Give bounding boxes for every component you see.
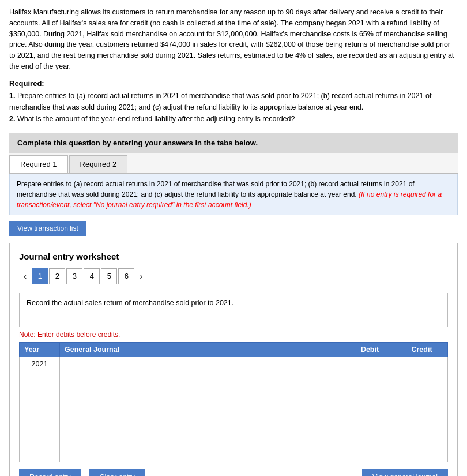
- tab-required2[interactable]: Required 2: [69, 155, 128, 173]
- page-btn-5[interactable]: 5: [101, 268, 117, 284]
- table-row: [20, 417, 448, 432]
- credit-input[interactable]: [400, 450, 444, 458]
- debit-input[interactable]: [348, 375, 392, 383]
- worksheet-container: Journal entry worksheet ‹ 1 2 3 4 5 6 › …: [9, 243, 458, 477]
- info-box: Prepare entries to (a) record actual ret…: [9, 174, 458, 215]
- table-row: [20, 402, 448, 417]
- tab-required1[interactable]: Required 1: [9, 155, 68, 173]
- item1-label: 1.: [9, 92, 15, 100]
- credit-input[interactable]: [400, 375, 444, 383]
- info-text1: Prepare entries to (a) record actual ret…: [17, 180, 415, 198]
- worksheet-title: Journal entry worksheet: [19, 252, 448, 261]
- general-journal-cell[interactable]: [60, 447, 344, 462]
- debit-cell[interactable]: [344, 447, 396, 462]
- debit-input[interactable]: [348, 390, 392, 398]
- item2-text: What is the amount of the year-end refun…: [17, 115, 295, 123]
- page-btn-6[interactable]: 6: [118, 268, 134, 284]
- general-journal-input[interactable]: [63, 420, 340, 428]
- table-row: 2021: [20, 357, 448, 372]
- year-cell: [20, 417, 60, 432]
- credit-cell[interactable]: [396, 417, 448, 432]
- col-header-year: Year: [20, 342, 60, 357]
- item1-text: Prepare entries to (a) record actual ret…: [9, 92, 431, 111]
- debit-input[interactable]: [348, 435, 392, 443]
- general-journal-input[interactable]: [63, 390, 340, 398]
- journal-table: Year General Journal Debit Credit 2021: [19, 342, 448, 462]
- credit-cell[interactable]: [396, 402, 448, 417]
- debit-cell[interactable]: [344, 402, 396, 417]
- general-journal-input[interactable]: [63, 405, 340, 413]
- year-cell: [20, 387, 60, 402]
- year-cell: [20, 447, 60, 462]
- debit-input[interactable]: [348, 405, 392, 413]
- clear-entry-button[interactable]: Clear entry: [89, 469, 145, 477]
- credit-cell[interactable]: [396, 387, 448, 402]
- credit-cell[interactable]: [396, 372, 448, 387]
- record-description-text: Record the actual sales return of mercha…: [27, 299, 233, 307]
- page-btn-1[interactable]: 1: [32, 268, 48, 284]
- tabs-row: Required 1 Required 2: [9, 153, 458, 174]
- general-journal-cell[interactable]: [60, 372, 344, 387]
- year-cell: [20, 402, 60, 417]
- col-header-credit: Credit: [396, 342, 448, 357]
- intro-paragraph: Halifax Manufacturing allows its custome…: [9, 7, 458, 72]
- table-row: [20, 372, 448, 387]
- general-journal-cell[interactable]: [60, 357, 344, 372]
- pagination: ‹ 1 2 3 4 5 6 ›: [19, 268, 448, 284]
- credit-cell[interactable]: [396, 432, 448, 447]
- credit-input[interactable]: [400, 390, 444, 398]
- col-header-debit: Debit: [344, 342, 396, 357]
- complete-bar: Complete this question by entering your …: [9, 133, 458, 153]
- general-journal-input[interactable]: [63, 435, 340, 443]
- general-journal-cell[interactable]: [60, 387, 344, 402]
- debit-input[interactable]: [348, 360, 392, 368]
- debit-cell[interactable]: [344, 387, 396, 402]
- debit-cell[interactable]: [344, 432, 396, 447]
- debit-cell[interactable]: [344, 357, 396, 372]
- year-cell: [20, 432, 60, 447]
- table-row: [20, 432, 448, 447]
- note-text: Note: Enter debits before credits.: [19, 331, 448, 339]
- page-btn-2[interactable]: 2: [49, 268, 65, 284]
- debit-input[interactable]: [348, 420, 392, 428]
- year-cell: 2021: [20, 357, 60, 372]
- view-transaction-list-button[interactable]: View transaction list: [9, 221, 86, 236]
- debit-input[interactable]: [348, 450, 392, 458]
- credit-input[interactable]: [400, 360, 444, 368]
- credit-input[interactable]: [400, 420, 444, 428]
- general-journal-cell[interactable]: [60, 402, 344, 417]
- general-journal-input[interactable]: [63, 360, 340, 368]
- general-journal-input[interactable]: [63, 375, 340, 383]
- view-general-journal-button[interactable]: View general journal: [362, 469, 448, 477]
- bottom-buttons: Record entry Clear entry View general jo…: [19, 469, 448, 477]
- item2-label: 2.: [9, 115, 15, 123]
- general-journal-input[interactable]: [63, 450, 340, 458]
- debit-cell[interactable]: [344, 372, 396, 387]
- credit-cell[interactable]: [396, 357, 448, 372]
- table-row: [20, 447, 448, 462]
- prev-page-arrow[interactable]: ‹: [19, 270, 31, 283]
- page-btn-3[interactable]: 3: [66, 268, 82, 284]
- general-journal-cell[interactable]: [60, 417, 344, 432]
- debit-cell[interactable]: [344, 417, 396, 432]
- record-entry-button[interactable]: Record entry: [19, 469, 81, 477]
- credit-input[interactable]: [400, 405, 444, 413]
- page-btn-4[interactable]: 4: [84, 268, 100, 284]
- record-description-box: Record the actual sales return of mercha…: [19, 293, 448, 327]
- table-row: [20, 387, 448, 402]
- credit-cell[interactable]: [396, 447, 448, 462]
- next-page-arrow[interactable]: ›: [135, 270, 147, 283]
- required-header: Required:: [9, 79, 458, 88]
- year-cell: [20, 372, 60, 387]
- required-items: 1. Prepare entries to (a) record actual …: [9, 90, 458, 125]
- credit-input[interactable]: [400, 435, 444, 443]
- general-journal-cell[interactable]: [60, 432, 344, 447]
- col-header-general-journal: General Journal: [60, 342, 344, 357]
